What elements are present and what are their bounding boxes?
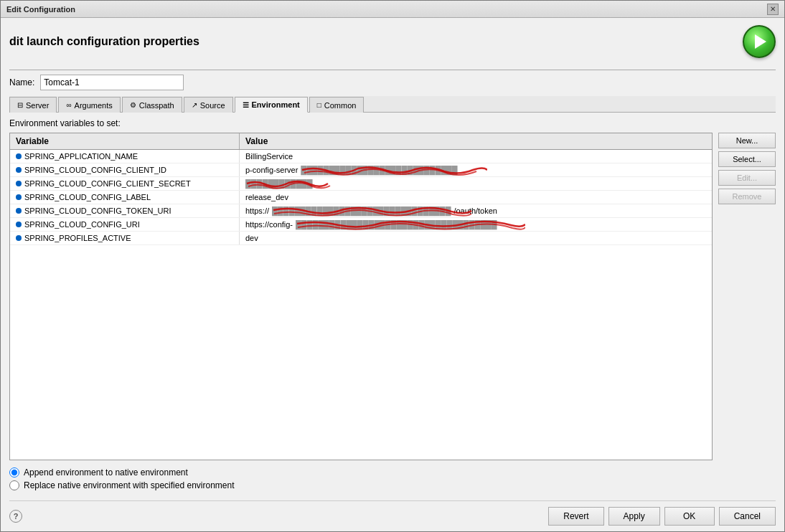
- scribble-svg: [272, 205, 473, 218]
- table-row[interactable]: SPRING_CLOUD_CONFIG_TOKEN_URI https:// █…: [10, 204, 712, 218]
- redacted-value: ████████████████████████████: [301, 166, 457, 174]
- help-button[interactable]: ?: [9, 510, 22, 523]
- radio-replace-row: Replace native environment with specifie…: [9, 480, 776, 490]
- title-bar: Edit Configuration ✕: [1, 1, 784, 18]
- val-cell: release_dev: [240, 191, 712, 204]
- classpath-icon: ⚙: [130, 101, 136, 109]
- scribble-svg: [245, 178, 332, 191]
- revert-button[interactable]: Revert: [548, 507, 603, 526]
- name-input[interactable]: [40, 75, 184, 90]
- dialog-window: Edit Configuration ✕ dit launch configur…: [0, 0, 785, 532]
- env-table: Variable Value SPRING_APPLICATION_NAME B…: [9, 133, 713, 460]
- table-header: Variable Value: [10, 133, 712, 150]
- val-cell: p-config-server ████████████████████████…: [240, 163, 712, 176]
- var-cell: SPRING_CLOUD_CONFIG_URI: [10, 218, 240, 231]
- table-row[interactable]: SPRING_CLOUD_CONFIG_LABEL release_dev: [10, 191, 712, 204]
- radio-replace-label: Replace native environment with specifie…: [24, 480, 235, 490]
- scribble-svg: [296, 219, 525, 232]
- edit-button[interactable]: Edit...: [718, 170, 776, 186]
- table-body: SPRING_APPLICATION_NAME BillingService S…: [10, 150, 712, 460]
- arguments-icon: ∞: [66, 101, 71, 109]
- var-name: SPRING_CLOUD_CONFIG_LABEL: [24, 193, 151, 201]
- apply-button[interactable]: Apply: [608, 507, 660, 526]
- var-name: SPRING_CLOUD_CONFIG_CLIENT_SECRET: [24, 179, 191, 188]
- name-row: Name:: [9, 75, 776, 90]
- radio-replace[interactable]: [9, 480, 19, 490]
- table-row[interactable]: SPRING_CLOUD_CONFIG_CLIENT_ID p-config-s…: [10, 163, 712, 177]
- var-cell: SPRING_APPLICATION_NAME: [10, 150, 240, 163]
- tab-classpath[interactable]: ⚙ Classpath: [122, 97, 182, 113]
- var-value: BillingService: [245, 152, 293, 161]
- table-row[interactable]: SPRING_PROFILES_ACTIVE dev: [10, 232, 712, 245]
- var-name: SPRING_PROFILES_ACTIVE: [24, 234, 131, 242]
- bottom-right-buttons: Revert Apply OK Cancel: [548, 507, 776, 526]
- dot-icon: [16, 194, 22, 200]
- val-cell: https://config- ████████████████████████…: [240, 218, 712, 231]
- val-cell: dev: [240, 232, 712, 244]
- var-cell: SPRING_CLOUD_CONFIG_TOKEN_URI: [10, 204, 240, 217]
- tab-environment[interactable]: ☰ Environment: [235, 97, 308, 113]
- dot-icon: [16, 167, 22, 173]
- tab-source[interactable]: ↗ Source: [184, 97, 233, 113]
- val-cell: BillingService: [240, 150, 712, 163]
- dot-icon: [16, 181, 22, 186]
- close-button[interactable]: ✕: [767, 4, 779, 15]
- common-icon: □: [317, 101, 321, 109]
- dot-icon: [16, 222, 22, 227]
- redacted-value: ████████████: [245, 179, 313, 188]
- radio-append-row: Append environment to native environment: [9, 467, 776, 478]
- dialog-title: dit launch configuration properties: [9, 35, 199, 48]
- table-row[interactable]: SPRING_APPLICATION_NAME BillingService: [10, 150, 712, 163]
- remove-button[interactable]: Remove: [718, 189, 776, 204]
- run-icon: [755, 34, 766, 49]
- environment-icon: ☰: [243, 101, 249, 109]
- name-label: Name:: [9, 77, 34, 87]
- tabs-bar: ⊟ Server ∞ Arguments ⚙ Classpath ↗ Sourc…: [9, 96, 776, 113]
- title-bar-text: Edit Configuration: [6, 5, 75, 14]
- ok-button[interactable]: OK: [664, 507, 715, 526]
- var-cell: SPRING_CLOUD_CONFIG_CLIENT_SECRET: [10, 177, 240, 190]
- table-row[interactable]: SPRING_CLOUD_CONFIG_CLIENT_SECRET ██████…: [10, 177, 712, 191]
- bottom-buttons: ? Revert Apply OK Cancel: [9, 500, 776, 526]
- source-icon: ↗: [192, 101, 197, 109]
- radio-section: Append environment to native environment…: [9, 467, 776, 493]
- dialog-content: dit launch configuration properties Name…: [1, 18, 784, 531]
- var-value: dev: [245, 234, 258, 242]
- radio-append-label: Append environment to native environment: [24, 467, 188, 478]
- var-name: SPRING_APPLICATION_NAME: [24, 152, 138, 161]
- run-button[interactable]: [743, 25, 776, 58]
- tab-common-label: Common: [324, 101, 357, 110]
- tab-environment-label: Environment: [252, 100, 300, 109]
- val-cell: https:// ███████████████████████████████…: [240, 204, 712, 217]
- col-variable: Variable: [10, 133, 240, 149]
- tab-common[interactable]: □ Common: [309, 97, 365, 113]
- var-name: SPRING_CLOUD_CONFIG_URI: [24, 220, 140, 229]
- var-name: SPRING_CLOUD_CONFIG_TOKEN_URI: [24, 206, 171, 215]
- server-icon: ⊟: [17, 101, 23, 109]
- tab-source-label: Source: [200, 101, 225, 110]
- tab-arguments-label: Arguments: [75, 101, 113, 110]
- val-cell: ████████████: [240, 177, 712, 190]
- header-section: dit launch configuration properties: [9, 25, 776, 58]
- dot-icon: [16, 235, 22, 241]
- radio-append[interactable]: [9, 467, 19, 478]
- var-value-prefix: https://: [245, 206, 269, 215]
- select-button[interactable]: Select...: [718, 151, 776, 167]
- separator: [9, 70, 776, 70]
- var-cell: SPRING_PROFILES_ACTIVE: [10, 232, 240, 244]
- dot-icon: [16, 153, 22, 159]
- var-value: release_dev: [245, 193, 288, 201]
- new-button[interactable]: New...: [718, 133, 776, 148]
- tab-arguments[interactable]: ∞ Arguments: [58, 97, 120, 113]
- cancel-button[interactable]: Cancel: [719, 507, 776, 526]
- env-section: Environment variables to set: Variable V…: [9, 118, 776, 493]
- dot-icon: [16, 208, 22, 214]
- redacted-value: ████████████████████████████████████: [296, 220, 497, 229]
- scribble-svg: [301, 164, 487, 177]
- env-label: Environment variables to set:: [9, 118, 776, 128]
- var-cell: SPRING_CLOUD_CONFIG_CLIENT_ID: [10, 163, 240, 176]
- var-value: p-config-server: [245, 166, 298, 174]
- tab-server[interactable]: ⊟ Server: [9, 97, 57, 113]
- table-row[interactable]: SPRING_CLOUD_CONFIG_URI https://config- …: [10, 218, 712, 232]
- side-buttons: New... Select... Edit... Remove: [718, 133, 776, 460]
